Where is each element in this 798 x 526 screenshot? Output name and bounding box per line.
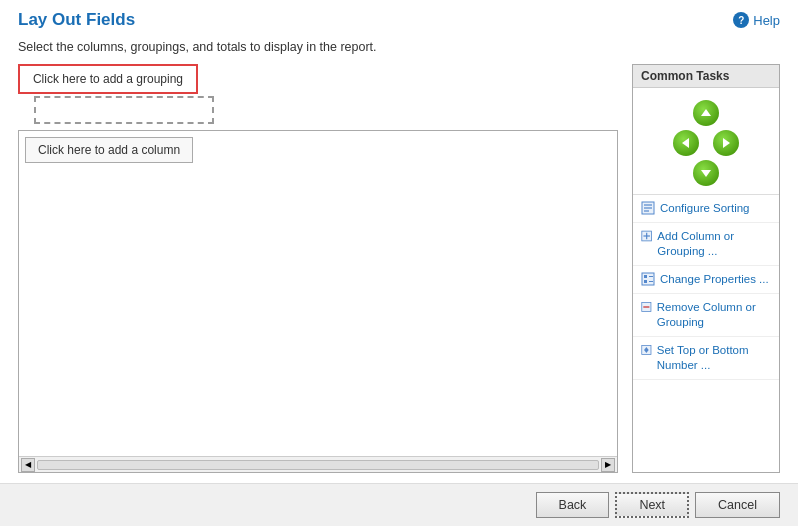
main-content: Click here to add a grouping Click here …	[0, 64, 798, 483]
task-set-top-bottom[interactable]: Set Top or Bottom Number ...	[633, 337, 779, 380]
arrow-up-row	[691, 98, 721, 128]
arrow-mid-row	[671, 128, 741, 158]
page-container: Lay Out Fields ? Help Select the columns…	[0, 0, 798, 526]
svg-marker-0	[701, 109, 711, 116]
svg-marker-1	[682, 138, 689, 148]
help-icon: ?	[733, 12, 749, 28]
help-label: Help	[753, 13, 780, 28]
scrollbar-left-arrow[interactable]: ◀	[21, 458, 35, 472]
table-scrollbar: ◀ ▶	[19, 456, 617, 472]
svg-rect-11	[642, 273, 654, 285]
task-remove-column-grouping[interactable]: Remove Column or Grouping	[633, 294, 779, 337]
arrow-up-button[interactable]	[691, 98, 721, 128]
configure-sorting-label: Configure Sorting	[660, 201, 750, 216]
arrow-right-button[interactable]	[711, 128, 741, 158]
arrow-left-button[interactable]	[671, 128, 701, 158]
scrollbar-right-arrow[interactable]: ▶	[601, 458, 615, 472]
common-tasks-panel: Common Tasks	[632, 64, 780, 473]
task-configure-sorting[interactable]: Configure Sorting	[633, 195, 779, 223]
help-link[interactable]: ? Help	[733, 12, 780, 28]
svg-marker-2	[723, 138, 730, 148]
arrow-left-icon	[673, 130, 699, 156]
cancel-button[interactable]: Cancel	[695, 492, 780, 518]
set-top-bottom-label: Set Top or Bottom Number ...	[657, 343, 771, 373]
remove-column-grouping-label: Remove Column or Grouping	[657, 300, 771, 330]
svg-marker-3	[701, 170, 711, 177]
arrow-down-button[interactable]	[691, 158, 721, 188]
scrollbar-track[interactable]	[37, 460, 599, 470]
arrow-right-icon	[713, 130, 739, 156]
add-column-grouping-icon	[641, 229, 652, 243]
svg-rect-13	[644, 280, 647, 283]
common-tasks-header: Common Tasks	[633, 65, 779, 88]
back-button[interactable]: Back	[536, 492, 610, 518]
footer: Back Next Cancel	[0, 483, 798, 526]
change-properties-label: Change Properties ...	[660, 272, 769, 287]
task-change-properties[interactable]: Change Properties ...	[633, 266, 779, 294]
page-title: Lay Out Fields	[18, 10, 135, 30]
header: Lay Out Fields ? Help	[0, 0, 798, 36]
table-inner: Click here to add a column	[19, 131, 617, 456]
arrow-down-row	[691, 158, 721, 188]
add-column-button[interactable]: Click here to add a column	[25, 137, 193, 163]
add-grouping-button[interactable]: Click here to add a grouping	[18, 64, 198, 94]
grouping-sub-placeholder	[34, 96, 214, 124]
change-properties-icon	[641, 272, 655, 286]
arrow-down-icon	[693, 160, 719, 186]
subtitle: Select the columns, groupings, and total…	[0, 36, 798, 64]
arrow-buttons-area	[633, 88, 779, 195]
set-top-bottom-icon	[641, 343, 652, 357]
arrow-up-icon	[693, 100, 719, 126]
configure-sorting-icon	[641, 201, 655, 215]
remove-column-grouping-icon	[641, 300, 652, 314]
task-add-column-grouping[interactable]: Add Column or Grouping ...	[633, 223, 779, 266]
next-button[interactable]: Next	[615, 492, 689, 518]
layout-area: Click here to add a grouping Click here …	[18, 64, 618, 473]
grouping-row: Click here to add a grouping	[18, 64, 618, 124]
table-area: Click here to add a column ◀ ▶	[18, 130, 618, 473]
add-column-grouping-label: Add Column or Grouping ...	[657, 229, 771, 259]
svg-rect-12	[644, 275, 647, 278]
